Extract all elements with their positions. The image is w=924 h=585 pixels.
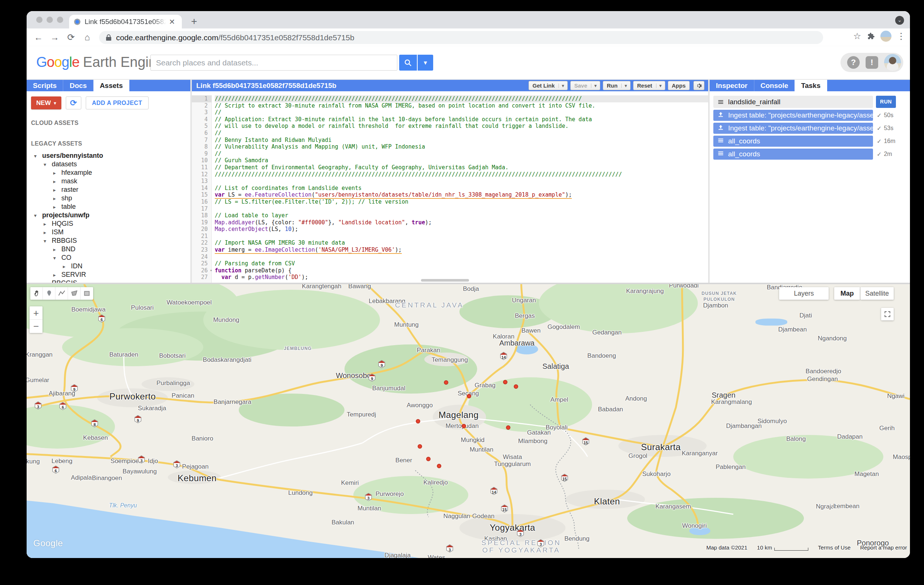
chevron-down-icon[interactable]: ▾ — [53, 254, 61, 262]
search-input[interactable] — [150, 55, 397, 71]
chevron-down-icon[interactable]: ▾ — [44, 237, 52, 246]
task-bar[interactable]: Ingest table: "projects/earthengine-lega… — [713, 110, 873, 121]
home-button[interactable]: ⌂ — [81, 31, 94, 44]
code-fold-icon[interactable]: ▾ — [210, 267, 212, 274]
asset-tree-item-users-bennyistanto[interactable]: ▾users/bennyistanto — [31, 152, 186, 160]
landslide-marker[interactable] — [437, 464, 441, 468]
landslide-marker[interactable] — [426, 457, 431, 461]
asset-tree-item-ism[interactable]: ▸ISM — [31, 228, 186, 237]
extensions-puzzle-icon[interactable] — [866, 32, 875, 41]
asset-tree-item-hqgis[interactable]: ▸HQGIS — [31, 219, 186, 228]
landslide-marker[interactable] — [416, 419, 420, 424]
chevron-right-icon[interactable]: ▸ — [63, 262, 71, 271]
point-marker-tool[interactable] — [43, 287, 55, 300]
task-row[interactable]: all_coords✓2m — [713, 148, 906, 160]
editor-settings-button[interactable] — [693, 81, 705, 90]
asset-tree-item-bnd[interactable]: ▸BND — [31, 245, 186, 254]
window-close-icon[interactable] — [36, 16, 43, 23]
account-avatar[interactable] — [884, 54, 901, 71]
asset-tree-item-rbbgis[interactable]: ▾RBBGIS — [31, 237, 186, 245]
terms-of-use-link[interactable]: Terms of Use — [818, 544, 850, 550]
asset-tree-item-hfexample[interactable]: ▸hfexample — [31, 168, 186, 177]
asset-tree-item-mask[interactable]: ▸mask — [31, 177, 186, 186]
run-task-button[interactable]: RUN — [876, 96, 896, 108]
caret-down-icon[interactable]: ▼ — [558, 84, 568, 88]
add-a-project-button[interactable]: ADD A PROJECT — [86, 96, 148, 109]
asset-tree-item-co[interactable]: ▾CO — [31, 254, 186, 262]
chevron-right-icon[interactable]: ▸ — [44, 279, 52, 283]
map-type-button[interactable]: Map — [834, 287, 860, 300]
fullscreen-button[interactable] — [881, 308, 894, 320]
browser-profile-avatar[interactable] — [880, 31, 891, 42]
landslide-marker[interactable] — [514, 384, 518, 389]
tab-inspector[interactable]: Inspector — [710, 80, 754, 91]
rectangle-tool[interactable] — [81, 287, 93, 300]
polygon-tool[interactable] — [68, 287, 81, 300]
pan-hand-tool[interactable] — [30, 287, 43, 300]
apps-button[interactable]: Apps — [668, 81, 690, 90]
polyline-tool[interactable] — [55, 287, 68, 300]
chevron-right-icon[interactable]: ▸ — [53, 177, 61, 186]
asset-tree-item-shp[interactable]: ▸shp — [31, 194, 186, 203]
caret-down-icon[interactable]: ▼ — [621, 84, 630, 88]
task-bar[interactable]: Ingest table: "projects/earthengine-lega… — [713, 123, 873, 134]
search-dropdown-button[interactable]: ▼ — [417, 55, 433, 71]
chevron-right-icon[interactable]: ▸ — [53, 186, 61, 194]
code-editor[interactable]: 1234567891011121314151617181920212223242… — [192, 91, 708, 283]
tab-search-button[interactable]: ⌄ — [895, 16, 904, 25]
task-row[interactable]: all_coords✓16m — [713, 136, 906, 147]
caret-down-icon[interactable]: ▼ — [591, 84, 600, 88]
refresh-assets-button[interactable]: ⟳ — [66, 96, 81, 109]
browser-menu-icon[interactable]: ⋮ — [897, 31, 906, 41]
chevron-right-icon[interactable]: ▸ — [44, 228, 52, 237]
task-bar[interactable]: all_coords — [713, 136, 873, 147]
tab-tasks[interactable]: Tasks — [795, 80, 827, 91]
chevron-down-icon[interactable]: ▾ — [44, 160, 52, 169]
chevron-down-icon[interactable]: ▾ — [34, 211, 42, 220]
asset-tree-item-table[interactable]: ▸table — [31, 203, 186, 211]
landslide-marker[interactable] — [503, 380, 507, 384]
asset-tree-item-projects-unwfp[interactable]: ▾projects/unwfp — [31, 211, 186, 219]
landslide-marker[interactable] — [462, 424, 466, 428]
zoom-out-button[interactable]: − — [30, 320, 43, 333]
zoom-in-button[interactable]: + — [30, 307, 43, 320]
task-group-row[interactable]: landslide_rainfall — [713, 96, 873, 108]
address-bar[interactable]: code.earthengine.google.com/f55d6b041735… — [99, 31, 823, 44]
tab-console[interactable]: Console — [754, 80, 795, 91]
bookmark-star-icon[interactable]: ☆ — [853, 31, 861, 41]
search-button[interactable] — [399, 55, 417, 71]
new-tab-button[interactable]: + — [191, 15, 197, 27]
asset-tree-item-servir[interactable]: ▸SERVIR — [31, 270, 186, 279]
reset-button[interactable]: Reset▼ — [633, 81, 665, 90]
tab-assets[interactable]: Assets — [94, 80, 129, 91]
caret-down-icon[interactable]: ▼ — [656, 84, 665, 88]
chevron-right-icon[interactable]: ▸ — [44, 220, 52, 228]
chevron-right-icon[interactable]: ▸ — [53, 271, 61, 279]
report-map-error-link[interactable]: Report a map error — [860, 544, 907, 550]
landslide-marker[interactable] — [444, 380, 448, 385]
chevron-right-icon[interactable]: ▸ — [53, 169, 61, 177]
asset-tree-item-rbcgis[interactable]: ▸RBCGIS — [31, 279, 186, 283]
feedback-icon[interactable]: ! — [866, 56, 878, 69]
chevron-right-icon[interactable]: ▸ — [53, 194, 61, 203]
forward-button[interactable]: → — [48, 31, 61, 44]
task-row[interactable]: Ingest table: "projects/earthengine-lega… — [713, 110, 906, 121]
chevron-down-icon[interactable]: ▾ — [34, 152, 42, 160]
task-row[interactable]: Ingest table: "projects/earthengine-lega… — [713, 123, 906, 134]
landslide-marker[interactable] — [506, 425, 510, 430]
window-maximize-icon[interactable] — [57, 16, 63, 23]
asset-tree-item-datasets[interactable]: ▾datasets — [31, 160, 186, 168]
get-link-button[interactable]: Get Link▼ — [528, 81, 568, 90]
tab-close-icon[interactable]: ✕ — [169, 17, 175, 26]
run-button[interactable]: Run▼ — [603, 81, 630, 90]
window-minimize-icon[interactable] — [46, 16, 53, 23]
task-bar[interactable]: all_coords — [713, 148, 873, 160]
layers-button[interactable]: Layers — [779, 287, 828, 300]
browser-tab[interactable]: Link f55d6b0417351e0582f7558d1de5715b ✕ — [69, 15, 182, 28]
tab-scripts[interactable]: Scripts — [26, 80, 63, 91]
asset-tree-item-raster[interactable]: ▸raster — [31, 186, 186, 194]
new-asset-button[interactable]: NEW▾ — [31, 96, 61, 109]
map-canvas[interactable]: KarangtengahBawangBodjaKarangrajungPurwo… — [26, 284, 910, 558]
chevron-right-icon[interactable]: ▸ — [53, 203, 61, 211]
reload-button[interactable]: ⟳ — [64, 31, 78, 44]
